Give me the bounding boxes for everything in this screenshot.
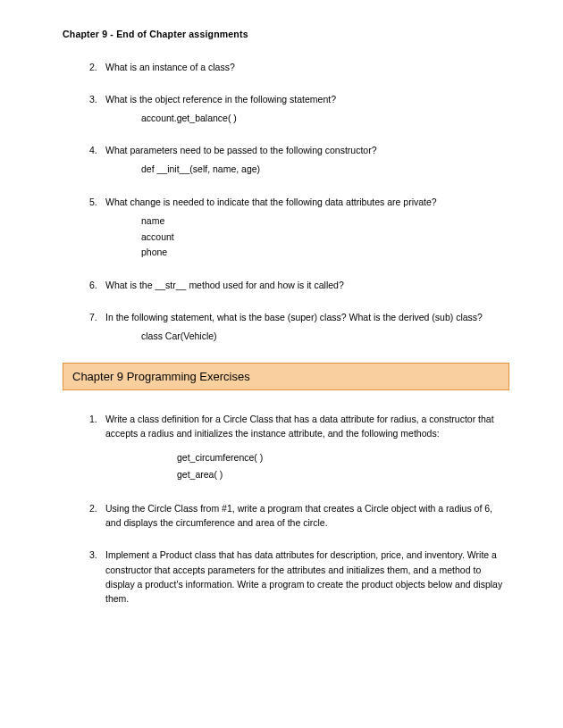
question-number: 2. bbox=[89, 61, 97, 75]
code-line: account.get_balance( ) bbox=[105, 111, 509, 127]
question-item: 3. What is the object reference in the f… bbox=[89, 93, 509, 127]
question-item: 6. What is the __str__ method used for a… bbox=[89, 279, 509, 293]
question-number: 5. bbox=[89, 196, 97, 210]
question-text: What is the __str__ method used for and … bbox=[105, 279, 509, 293]
question-text: What is an instance of a class? bbox=[105, 61, 509, 75]
exercise-item: 1. Write a class definition for a Circle… bbox=[89, 412, 509, 483]
exercise-number: 1. bbox=[89, 412, 97, 426]
question-number: 3. bbox=[89, 93, 97, 107]
section-heading: Chapter 9 Programming Exercises bbox=[63, 363, 509, 390]
exercise-item: 2. Using the Circle Class from #1, write… bbox=[89, 501, 509, 531]
question-text: What parameters need to be passed to the… bbox=[105, 144, 509, 158]
question-list: 2. What is an instance of a class? 3. Wh… bbox=[63, 61, 509, 345]
question-text: What is the object reference in the foll… bbox=[105, 93, 509, 107]
exercise-text: Implement a Product class that has data … bbox=[105, 548, 509, 606]
question-item: 7. In the following statement, what is t… bbox=[89, 311, 509, 345]
code-line: phone bbox=[141, 245, 509, 261]
question-text: What change is needed to indicate that t… bbox=[105, 196, 509, 210]
exercise-item: 3. Implement a Product class that has da… bbox=[89, 548, 509, 606]
question-number: 4. bbox=[89, 144, 97, 158]
exercise-number: 3. bbox=[89, 548, 97, 562]
code-line: account bbox=[141, 230, 509, 246]
code-line: get_area( ) bbox=[177, 466, 509, 483]
exercise-list: 1. Write a class definition for a Circle… bbox=[63, 412, 509, 607]
exercise-text: Using the Circle Class from #1, write a … bbox=[105, 501, 509, 531]
question-number: 7. bbox=[89, 311, 97, 325]
exercise-text: Write a class definition for a Circle Cl… bbox=[105, 412, 509, 441]
question-item: 4. What parameters need to be passed to … bbox=[89, 144, 509, 178]
question-item: 5. What change is needed to indicate tha… bbox=[89, 196, 509, 261]
page-title: Chapter 9 - End of Chapter assignments bbox=[63, 29, 509, 39]
exercise-number: 2. bbox=[89, 501, 97, 515]
question-number: 6. bbox=[89, 279, 97, 293]
document-page: Chapter 9 - End of Chapter assignments 2… bbox=[0, 0, 563, 659]
code-line: class Car(Vehicle) bbox=[105, 329, 509, 345]
question-text: In the following statement, what is the … bbox=[105, 311, 509, 325]
question-item: 2. What is an instance of a class? bbox=[89, 61, 509, 75]
code-line: def __init__(self, name, age) bbox=[105, 162, 509, 178]
code-line: name bbox=[141, 213, 509, 230]
code-line: get_circumference( ) bbox=[177, 449, 509, 466]
code-block: name account phone bbox=[105, 213, 509, 262]
code-block: get_circumference( ) get_area( ) bbox=[105, 449, 509, 483]
